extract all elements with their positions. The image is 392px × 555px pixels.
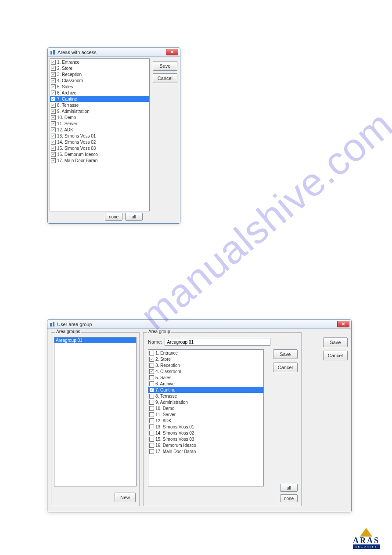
areas-listbox[interactable]: ✓1. Entrance✓2. Store✓3. Reception✓4. Cl… xyxy=(50,58,150,211)
save-button[interactable]: Save xyxy=(273,349,298,359)
checkbox[interactable]: ✓ xyxy=(51,84,56,89)
titlebar[interactable]: User area group ✕ xyxy=(47,320,351,329)
save-button[interactable]: Save xyxy=(323,337,348,347)
list-item[interactable]: ✓6. Archive xyxy=(50,90,149,96)
list-item[interactable]: 9. Administration xyxy=(148,399,263,405)
checkbox[interactable]: ✓ xyxy=(149,369,154,374)
list-item[interactable]: ✓17. Main Door Baran xyxy=(50,157,149,163)
checkbox[interactable]: ✓ xyxy=(51,152,56,157)
list-item[interactable]: ✓7. Cantine xyxy=(148,387,263,393)
checkbox[interactable] xyxy=(149,443,154,448)
list-item[interactable]: 15. Simons Voss 03 xyxy=(148,436,263,442)
list-item[interactable]: ✓16. Demorum Idesco xyxy=(50,151,149,157)
checkbox[interactable] xyxy=(149,394,154,399)
all-button[interactable]: all xyxy=(125,213,143,221)
list-item[interactable]: ✓11. Server xyxy=(50,120,149,127)
new-button[interactable]: New xyxy=(115,493,136,502)
checkbox[interactable]: ✓ xyxy=(149,388,154,392)
name-input[interactable] xyxy=(165,338,270,346)
checkbox[interactable] xyxy=(149,375,154,380)
checkbox[interactable]: ✓ xyxy=(51,127,56,132)
list-item[interactable]: ✓7. Cantine xyxy=(50,96,149,102)
list-item[interactable]: Areagroup 01 xyxy=(54,337,136,343)
close-icon: ✕ xyxy=(170,50,174,54)
list-item[interactable]: ✓2. Store xyxy=(50,65,149,71)
checkbox[interactable]: ✓ xyxy=(51,66,56,71)
close-button[interactable]: ✕ xyxy=(166,49,178,55)
list-item[interactable]: 12. ADK xyxy=(148,417,263,424)
svg-rect-1 xyxy=(53,50,55,54)
list-item[interactable]: 14. Simons Voss 02 xyxy=(148,430,263,436)
list-item[interactable]: ✓4. Classroom xyxy=(50,77,149,83)
list-item[interactable]: ✓4. Classroom xyxy=(148,368,263,374)
list-item[interactable]: 5. Sales xyxy=(148,374,263,381)
list-item-label: 4. Classroom xyxy=(57,78,83,83)
save-button[interactable]: Save xyxy=(153,61,177,71)
list-item[interactable]: 11. Server xyxy=(148,411,263,417)
checkbox[interactable]: ✓ xyxy=(51,115,56,120)
list-item[interactable]: ✓8. Terrasse xyxy=(50,102,149,108)
checkbox[interactable]: ✓ xyxy=(51,121,56,126)
areas-listbox[interactable]: 1. Entrance✓2. Store3. Reception✓4. Clas… xyxy=(148,349,264,486)
list-item[interactable]: 8. Terrasse xyxy=(148,393,263,399)
checkbox[interactable] xyxy=(149,381,154,386)
list-item-label: 1. Entrance xyxy=(57,60,79,65)
checkbox[interactable]: ✓ xyxy=(51,109,56,114)
list-item[interactable]: ✓3. Reception xyxy=(50,71,149,77)
checkbox[interactable]: ✓ xyxy=(51,146,56,151)
list-item[interactable]: 10. Demo xyxy=(148,405,263,411)
checkbox[interactable] xyxy=(149,400,154,405)
list-item[interactable]: ✓2. Store xyxy=(148,356,263,362)
list-item-label: 3. Reception xyxy=(57,72,82,77)
close-button[interactable]: ✕ xyxy=(337,321,349,327)
list-item[interactable]: ✓9. Administration xyxy=(50,108,149,114)
checkbox[interactable]: ✓ xyxy=(51,60,56,65)
titlebar[interactable]: Areas with access ✕ xyxy=(48,48,180,57)
list-item[interactable]: ✓12. ADK xyxy=(50,127,149,133)
checkbox[interactable]: ✓ xyxy=(51,91,56,95)
list-item-label: 4. Classroom xyxy=(155,369,181,374)
checkbox[interactable] xyxy=(149,437,154,442)
none-button[interactable]: none xyxy=(105,213,122,221)
area-groups-fieldset: Area groups Areagroup 01 New xyxy=(51,332,140,506)
cancel-button[interactable]: Cancel xyxy=(323,351,348,360)
checkbox[interactable] xyxy=(149,363,154,368)
list-item[interactable]: 3. Reception xyxy=(148,362,263,368)
checkbox[interactable]: ✓ xyxy=(51,103,56,108)
area-groups-listbox[interactable]: Areagroup 01 xyxy=(54,337,137,486)
checkbox[interactable]: ✓ xyxy=(51,97,56,102)
list-item[interactable]: ✓15. Simons Voss 03 xyxy=(50,145,149,151)
checkbox[interactable] xyxy=(149,418,154,423)
close-icon: ✕ xyxy=(342,322,345,326)
list-item[interactable]: 16. Demorum Idesco xyxy=(148,442,263,448)
checkbox[interactable] xyxy=(149,431,154,435)
checkbox[interactable] xyxy=(149,406,154,411)
checkbox[interactable]: ✓ xyxy=(51,158,56,163)
list-item[interactable]: ✓1. Entrance xyxy=(50,59,149,65)
list-item[interactable]: 6. Archive xyxy=(148,381,263,387)
checkbox[interactable]: ✓ xyxy=(51,134,56,138)
checkbox[interactable] xyxy=(149,424,154,429)
cancel-button[interactable]: Cancel xyxy=(273,363,298,372)
list-item-label: 13. Simons Voss 01 xyxy=(155,424,194,429)
checkbox[interactable]: ✓ xyxy=(149,357,154,362)
list-item[interactable]: ✓10. Demo xyxy=(50,114,149,120)
checkbox[interactable] xyxy=(149,351,154,355)
cancel-button[interactable]: Cancel xyxy=(153,73,177,83)
none-button[interactable]: none xyxy=(280,494,298,502)
checkbox[interactable] xyxy=(149,412,154,417)
checkbox[interactable] xyxy=(149,449,154,454)
list-item[interactable]: ✓13. Simons Voss 01 xyxy=(50,133,149,139)
list-item-label: 6. Archive xyxy=(57,91,76,95)
checkbox[interactable]: ✓ xyxy=(51,78,56,83)
checkbox[interactable]: ✓ xyxy=(51,140,56,145)
list-item[interactable]: 1. Entrance xyxy=(148,350,263,356)
list-item[interactable]: 17. Main Door Baran xyxy=(148,448,263,454)
svg-rect-3 xyxy=(53,322,54,326)
checkbox[interactable]: ✓ xyxy=(51,72,56,77)
window-title: Areas with access xyxy=(58,50,166,55)
all-button[interactable]: all xyxy=(280,484,298,492)
list-item[interactable]: ✓5. Sales xyxy=(50,83,149,90)
list-item[interactable]: 13. Simons Voss 01 xyxy=(148,424,263,430)
list-item[interactable]: ✓14. Simons Voss 02 xyxy=(50,139,149,145)
